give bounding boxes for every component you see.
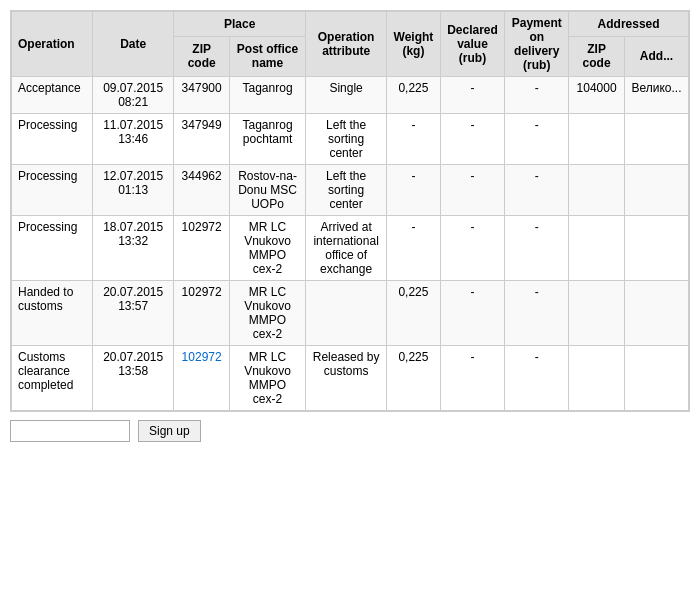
col-header-addr: Add... [624, 36, 688, 76]
table-cell: Processing [12, 165, 93, 216]
table-cell [624, 165, 688, 216]
table-cell [569, 346, 625, 411]
table-cell: - [387, 165, 441, 216]
table-cell [624, 281, 688, 346]
zip-link[interactable]: 102972 [182, 350, 222, 364]
table-cell: 09.07.201508:21 [93, 77, 174, 114]
table-row: Processing18.07.201513:32102972MR LC Vnu… [12, 216, 689, 281]
col-header-payment: Payment on delivery (rub) [505, 12, 569, 77]
table-cell [569, 165, 625, 216]
table-cell: 18.07.201513:32 [93, 216, 174, 281]
table-row: Acceptance09.07.201508:21347900TaganrogS… [12, 77, 689, 114]
table-cell: - [440, 281, 505, 346]
table-cell: MR LC Vnukovo MMPO cex-2 [230, 216, 306, 281]
col-header-date: Date [93, 12, 174, 77]
footer: Sign up [10, 420, 690, 442]
col-header-weight: Weight (kg) [387, 12, 441, 77]
table-cell: - [440, 114, 505, 165]
table-cell: 102972 [174, 216, 230, 281]
table-cell: - [440, 165, 505, 216]
col-header-addressed: Addressed [569, 12, 689, 37]
table-cell: 20.07.201513:57 [93, 281, 174, 346]
table-cell: 20.07.201513:58 [93, 346, 174, 411]
col-header-zip2: ZIP code [569, 36, 625, 76]
table-cell: Taganrog [230, 77, 306, 114]
col-header-declared: Declared value (rub) [440, 12, 505, 77]
table-cell: - [505, 114, 569, 165]
table-cell: Handed to customs [12, 281, 93, 346]
table-row: Processing12.07.201501:13344962Rostov-na… [12, 165, 689, 216]
table-cell: Acceptance [12, 77, 93, 114]
table-cell[interactable]: 102972 [174, 346, 230, 411]
tracking-table: Operation Date Place Operation attribute… [10, 10, 690, 412]
table-cell: - [440, 216, 505, 281]
table-cell: Left the sorting center [306, 114, 387, 165]
table-cell: - [387, 114, 441, 165]
table-row: Processing11.07.201513:46347949Taganrog … [12, 114, 689, 165]
table-cell: - [387, 216, 441, 281]
table-cell: 102972 [174, 281, 230, 346]
table-row: Handed to customs20.07.201513:57102972MR… [12, 281, 689, 346]
table-cell: 347900 [174, 77, 230, 114]
table-cell: Taganrog pochtamt [230, 114, 306, 165]
table-row: Customs clearance completed20.07.201513:… [12, 346, 689, 411]
table-cell: MR LC Vnukovo MMPO cex-2 [230, 346, 306, 411]
table-cell: Released by customs [306, 346, 387, 411]
table-cell: Rostov-na-Donu MSC UOPo [230, 165, 306, 216]
table-cell [624, 346, 688, 411]
table-cell: MR LC Vnukovo MMPO cex-2 [230, 281, 306, 346]
table-cell: Велико... [624, 77, 688, 114]
table-cell [569, 114, 625, 165]
table-cell [569, 281, 625, 346]
table-cell: - [505, 165, 569, 216]
table-cell: Processing [12, 216, 93, 281]
col-header-place: Place [174, 12, 306, 37]
table-cell: - [505, 346, 569, 411]
table-cell: - [505, 216, 569, 281]
col-header-operation: Operation [12, 12, 93, 77]
table-cell: - [440, 346, 505, 411]
signup-button[interactable]: Sign up [138, 420, 201, 442]
table-cell [624, 216, 688, 281]
table-cell [624, 114, 688, 165]
table-cell: 11.07.201513:46 [93, 114, 174, 165]
table-cell: Processing [12, 114, 93, 165]
col-header-zip: ZIP code [174, 36, 230, 76]
table-cell: - [440, 77, 505, 114]
table-cell [569, 216, 625, 281]
col-header-post: Post office name [230, 36, 306, 76]
table-cell: 347949 [174, 114, 230, 165]
table-cell: 0,225 [387, 346, 441, 411]
table-cell [306, 281, 387, 346]
table-cell: - [505, 281, 569, 346]
col-header-attr: Operation attribute [306, 12, 387, 77]
table-cell: Left the sorting center [306, 165, 387, 216]
table-cell: Customs clearance completed [12, 346, 93, 411]
table-cell: 0,225 [387, 77, 441, 114]
table-cell: Arrived at international office of excha… [306, 216, 387, 281]
signup-input[interactable] [10, 420, 130, 442]
table-cell: 344962 [174, 165, 230, 216]
table-cell: - [505, 77, 569, 114]
table-cell: 104000 [569, 77, 625, 114]
table-cell: 12.07.201501:13 [93, 165, 174, 216]
table-cell: 0,225 [387, 281, 441, 346]
table-cell: Single [306, 77, 387, 114]
